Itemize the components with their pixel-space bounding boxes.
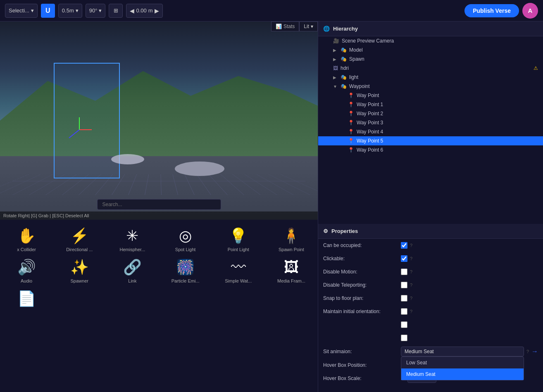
tree-indent — [323, 111, 338, 116]
asset-item-spawner[interactable]: ✨Spawner — [53, 255, 106, 287]
select-chevron-icon: ▾ — [31, 7, 34, 14]
asset-item-directional-light[interactable]: ⚡Directional ... — [53, 224, 106, 255]
tree-arrow-waypoint[interactable]: ▼ — [333, 84, 338, 89]
asset-item-document[interactable]: 📄 — [0, 287, 53, 313]
snap-floor-row: Snap to floor plan: ? — [318, 292, 543, 305]
tree-item-way-point-3[interactable]: 📍Way Point 3 — [318, 118, 543, 127]
coord-control[interactable]: ◀ 0.00 m ▶ — [126, 4, 162, 18]
maintain-orientation-label: Maintain initial orientation: — [323, 309, 398, 314]
extra-checkbox-a[interactable] — [401, 321, 407, 328]
tree-item-light[interactable]: ▶🎭light — [318, 73, 543, 82]
audio-label: Audio — [21, 278, 32, 283]
maintain-orientation-help-icon[interactable]: ? — [410, 309, 412, 314]
media-frame-label: Media Fram... — [277, 278, 305, 283]
tree-item-spawn[interactable]: ▶🎭Spawn — [318, 55, 543, 64]
coord-prev-button[interactable]: ◀ — [130, 7, 134, 14]
ubik-button[interactable]: U — [41, 4, 55, 18]
snap-floor-checkbox[interactable] — [401, 295, 407, 302]
asset-item-simple-water[interactable]: 〰Simple Wat... — [212, 255, 265, 287]
tree-item-way-point-6[interactable]: 📍Way Point 6 — [318, 145, 543, 154]
stats-label: Stats — [283, 24, 295, 29]
grid-button[interactable]: ⊞ — [109, 4, 123, 18]
disable-teleporting-row: Disable Teleporting: ? — [318, 278, 543, 292]
tree-indent — [323, 120, 338, 126]
stats-button[interactable]: 📊 Stats — [271, 21, 299, 31]
avatar-button[interactable]: A — [522, 3, 538, 19]
disable-motion-help-icon[interactable]: ? — [410, 269, 412, 274]
select-tool-label: Selecti... — [9, 7, 29, 14]
box-collider-label: x Collider — [17, 247, 36, 252]
sit-animation-dropdown-menu: Low Seat Medium Seat — [401, 356, 524, 380]
asset-item-spot-light[interactable]: ◎Spot Light — [159, 224, 212, 255]
tree-icon-way-point-6: 📍 — [348, 147, 354, 153]
metric-size-value: 0.5m — [62, 7, 74, 14]
asset-item-audio[interactable]: 🔊Audio — [0, 255, 53, 287]
tree-item-way-point-1[interactable]: 📍Way Point 1 — [318, 100, 543, 109]
coord-unit: m — [148, 7, 153, 14]
ubik-icon: U — [45, 7, 50, 14]
asset-item-link[interactable]: 🔗Link — [106, 255, 159, 287]
tree-icon-way-point-5: 📍 — [348, 138, 354, 144]
asset-grid: ✋x Collider⚡Directional ...✳Hemispher...… — [0, 220, 318, 317]
clickable-help-icon[interactable]: ? — [410, 256, 412, 261]
tree-indent — [323, 74, 331, 80]
grid-icon: ⊞ — [114, 7, 118, 14]
hierarchy-icon: 🌐 — [323, 26, 330, 32]
asset-item-spawn-point[interactable]: 🧍Spawn Point — [265, 224, 318, 255]
tree-item-scene-preview-camera[interactable]: 🎥Scene Preview Camera — [318, 36, 543, 45]
disable-teleporting-help-icon[interactable]: ? — [410, 283, 412, 287]
tree-item-model[interactable]: ▶🎭Model — [318, 45, 543, 55]
sit-animation-dropdown[interactable]: Low Seat Medium Seat — [401, 347, 524, 356]
asset-item-box-collider[interactable]: ✋x Collider — [0, 224, 53, 255]
hierarchy-tree: 🎥Scene Preview Camera ▶🎭Model ▶🎭Spawn🖼hd… — [318, 36, 543, 224]
tree-item-hdri[interactable]: 🖼hdri⚠ — [318, 64, 543, 73]
can-be-occupied-checkbox[interactable] — [401, 242, 407, 249]
asset-item-point-light[interactable]: 💡Point Light — [212, 224, 265, 255]
media-frame-icon: 🖼 — [284, 259, 299, 276]
tree-item-way-point-4[interactable]: 📍Way Point 4 — [318, 127, 543, 136]
maintain-orientation-control: ? — [401, 308, 538, 315]
select-tool-dropdown[interactable]: Selecti... ▾ — [5, 4, 38, 18]
asset-item-particle-emitter[interactable]: 🎆Particle Emi... — [159, 255, 212, 287]
clickable-checkbox[interactable] — [401, 255, 407, 262]
tree-arrow-model[interactable]: ▶ — [333, 48, 338, 52]
tree-arrow-light[interactable]: ▶ — [333, 75, 338, 80]
asset-item-media-frame[interactable]: 🖼Media Fram... — [265, 255, 318, 287]
tree-item-way-point-5[interactable]: 📍Way Point 5 — [318, 136, 543, 145]
tree-item-waypoint[interactable]: ▼🎭Waypoint — [318, 82, 543, 91]
asset-item-hemisphere-light[interactable]: ✳Hemispher... — [106, 224, 159, 255]
disable-teleporting-checkbox[interactable] — [401, 282, 407, 288]
coord-next-button[interactable]: ▶ — [155, 7, 159, 14]
snap-floor-help-icon[interactable]: ? — [410, 296, 412, 301]
maintain-orientation-checkbox[interactable] — [401, 308, 407, 315]
viewport-topbar: 📊 Stats Lit ▾ — [271, 21, 318, 31]
tree-item-way-point-2[interactable]: 📍Way Point 2 — [318, 109, 543, 118]
link-icon: 🔗 — [123, 259, 142, 276]
extra-checkbox-a-row — [318, 318, 543, 331]
metric-angle-control[interactable]: 90° ▾ — [86, 4, 106, 18]
tree-label-waypoint: Waypoint — [349, 83, 370, 89]
tree-item-way-point[interactable]: 📍Way Point — [318, 91, 543, 100]
hover-box-scale-label: Hover Box Scale: — [323, 375, 398, 381]
metric-size-control[interactable]: 0.5m ▾ — [58, 4, 82, 18]
publish-button[interactable]: Publish Verse — [464, 4, 519, 17]
directional-light-label: Directional ... — [66, 247, 93, 252]
snap-floor-control: ? — [401, 295, 538, 302]
clickable-label: Clickable: — [323, 256, 398, 261]
coord-value: 0.00 — [136, 7, 146, 14]
extra-checkbox-b[interactable] — [401, 335, 407, 341]
viewport[interactable]: 📊 Stats Lit ▾ Rotate Right| [G] Grab | [… — [0, 21, 318, 220]
disable-motion-checkbox[interactable] — [401, 268, 407, 275]
tree-label-way-point-4: Way Point 4 — [357, 129, 383, 135]
main-layout: 📊 Stats Lit ▾ Rotate Right| [G] Grab | [… — [0, 21, 543, 392]
sit-animation-help-icon[interactable]: ? — [526, 349, 529, 354]
lit-dropdown[interactable]: Lit ▾ — [299, 21, 318, 31]
point-light-label: Point Light — [228, 247, 249, 252]
sit-animation-control: Low Seat Medium Seat Low Seat Medium Sea… — [401, 347, 538, 356]
can-be-occupied-help-icon[interactable]: ? — [410, 243, 412, 248]
tree-arrow-spawn[interactable]: ▶ — [333, 57, 338, 62]
tree-label-spawn: Spawn — [349, 56, 364, 62]
dropdown-item-low-seat[interactable]: Low Seat — [401, 357, 524, 368]
dropdown-item-medium-seat[interactable]: Medium Seat — [401, 368, 524, 380]
search-input[interactable] — [97, 199, 221, 210]
